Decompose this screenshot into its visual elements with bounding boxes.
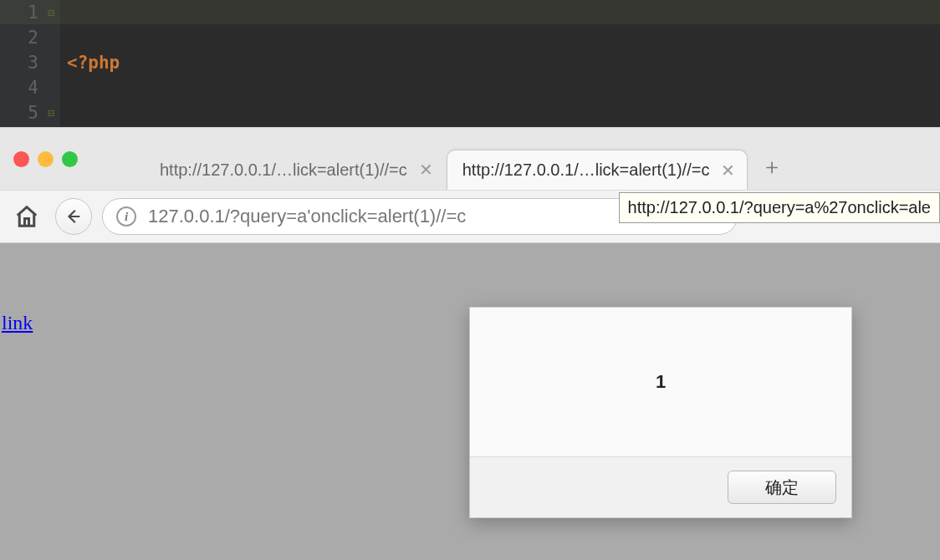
- alert-ok-button[interactable]: 确定: [728, 471, 836, 504]
- php-open-tag: <?php: [67, 53, 120, 73]
- minimize-window-button[interactable]: [38, 151, 54, 167]
- line-number: 4: [0, 75, 38, 100]
- alert-footer: 确定: [470, 456, 851, 517]
- close-window-button[interactable]: [13, 151, 29, 167]
- fold-close-icon: ⊟: [45, 100, 57, 125]
- page-viewport: link 1 确定: [0, 243, 940, 560]
- window-controls: [13, 151, 78, 167]
- url-tooltip: http://127.0.0.1/?query=a%27onclick=ale: [619, 192, 940, 223]
- alert-message: 1: [470, 308, 851, 456]
- close-tab-icon[interactable]: ✕: [419, 160, 433, 180]
- code-line: <?php: [67, 50, 490, 75]
- line-gutter: ⊟ 1 2 3 4 5 ⊟: [0, 0, 60, 127]
- zoom-window-button[interactable]: [62, 151, 78, 167]
- close-tab-icon[interactable]: ✕: [721, 160, 735, 181]
- code-line: $query = $_GET['query'];: [67, 125, 490, 127]
- home-button[interactable]: [8, 198, 45, 235]
- tabs: http://127.0.0.1/…lick=alert(1)//=c ✕ ht…: [145, 128, 783, 190]
- browser-tab-active[interactable]: http://127.0.0.1/…lick=alert(1)//=c ✕: [447, 150, 748, 190]
- browser-window: http://127.0.0.1/…lick=alert(1)//=c ✕ ht…: [0, 127, 940, 560]
- back-button[interactable]: [55, 198, 92, 235]
- browser-tab-inactive[interactable]: http://127.0.0.1/…lick=alert(1)//=c ✕: [145, 150, 445, 190]
- fold-open-icon: ⊟: [45, 0, 57, 25]
- line-number: 3: [0, 50, 38, 75]
- tab-label: http://127.0.0.1/…lick=alert(1)//=c: [462, 160, 710, 180]
- code-editor: ⊟ 1 2 3 4 5 ⊟ <?php $query = $_GET['quer…: [0, 0, 940, 127]
- line-number: 1: [0, 0, 38, 25]
- code-body[interactable]: <?php $query = $_GET['query']; echo "<a …: [60, 0, 497, 127]
- line-number: 5: [0, 100, 38, 125]
- page-link[interactable]: link: [2, 312, 33, 334]
- line-number: 2: [0, 25, 38, 50]
- site-info-icon[interactable]: i: [116, 206, 136, 227]
- new-tab-button[interactable]: ＋: [761, 152, 783, 181]
- toolbar: i http://127.0.0.1/?query=a%27onclick=al…: [0, 190, 940, 243]
- js-alert-dialog: 1 确定: [469, 307, 852, 518]
- tab-bar: http://127.0.0.1/…lick=alert(1)//=c ✕ ht…: [0, 128, 940, 190]
- tab-label: http://127.0.0.1/…lick=alert(1)//=c: [160, 160, 407, 180]
